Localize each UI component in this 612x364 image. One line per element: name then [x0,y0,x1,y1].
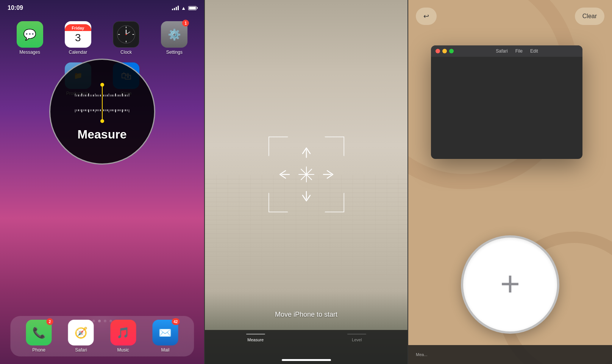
dock-music[interactable]: 🎵 Music [110,320,136,353]
wifi-icon: ▲ [181,5,186,11]
clear-button[interactable]: Clear [575,8,604,25]
status-icons: ▲ [172,5,197,11]
measure-tab-label: Measure [247,338,264,342]
calendar-weekday: Friday [65,24,91,31]
safari-icon: 🧭 [68,320,94,345]
plus-icon: + [500,267,520,301]
settings-badge: 1 [182,20,189,26]
panel-1-homescreen: 10:09 ▲ 💬 Messages [0,0,204,364]
status-time: 10:09 [8,5,23,11]
calendar-icon: Friday 3 [65,21,91,48]
measure-ruler-graphic [72,82,133,124]
tab-measure[interactable]: Measure [205,334,306,342]
panel-3-add-point: Safari File Edit ↩ Clear + Mea... [408,0,612,364]
measure-app-highlight[interactable]: Measure [49,59,155,165]
safari-label: Safari [75,347,87,353]
measure-app-label: Measure [78,128,127,142]
music-label: Music [117,347,129,353]
edit-menu-item: Edit [530,48,538,54]
mail-icon: ✉️ 42 [152,320,178,345]
calendar-label: Calendar [69,50,87,55]
clock-icon [113,21,139,48]
file-menu-item: File [515,48,523,54]
panel3-top-bar: ↩ Clear [408,8,612,25]
status-bar: 10:09 ▲ [0,0,204,14]
settings-label: Settings [166,50,183,55]
mac-window-title: Safari File Edit [496,48,538,54]
panel3-measure-tab: Mea... [416,352,428,357]
clock-label: Clock [120,50,132,55]
app-dock: 📞 2 Phone 🧭 Safari 🎵 Music ✉️ [10,316,194,356]
settings-icon: ⚙️ 1 [161,21,187,48]
measure-background: Move iPhone to start Measure Level [205,0,407,364]
tab-level[interactable]: Level [306,334,408,342]
phone-icon: 📞 2 [26,320,52,345]
phone-badge: 2 [47,318,53,325]
music-icon: 🎵 [110,320,136,345]
mac-maximize-button[interactable] [449,49,454,53]
level-tab-label: Level [352,338,362,342]
clear-button-label: Clear [582,13,597,20]
back-arrow-icon: ↩ [423,12,429,20]
ar-calibration-frame [269,137,344,212]
measure-tab-indicator [246,334,265,334]
app-grid-row1: 💬 Messages Friday 3 Calendar [0,17,204,59]
move-instruction-text: Move iPhone to start [275,311,337,319]
mail-label: Mail [161,347,169,353]
mac-titlebar: Safari File Edit [431,45,582,57]
home-indicator [282,359,331,361]
app-calendar[interactable]: Friday 3 Calendar [57,21,98,55]
mac-close-button[interactable] [436,49,440,53]
phone-label: Phone [32,347,45,353]
panel3-tab-bar: Mea... [408,345,612,364]
mac-window: Safari File Edit [431,45,582,159]
dock-safari[interactable]: 🧭 Safari [68,320,94,353]
dock-mail[interactable]: ✉️ 42 Mail [152,320,178,353]
add-point-button[interactable]: + [461,235,559,334]
svg-point-7 [125,34,126,35]
safari-menu-item: Safari [496,48,507,54]
signal-bars-icon [172,6,179,10]
calendar-day: 3 [75,31,81,45]
ar-frame-svg [269,137,344,212]
add-point-background: Safari File Edit ↩ Clear + Mea... [408,0,612,364]
back-button[interactable]: ↩ [416,8,437,25]
app-settings[interactable]: ⚙️ 1 Settings [154,21,195,55]
mac-minimize-button[interactable] [442,49,447,53]
battery-icon [188,6,197,10]
messages-label: Messages [19,50,40,55]
app-messages[interactable]: 💬 Messages [9,21,50,55]
ios-background: 10:09 ▲ 💬 Messages [0,0,204,364]
app-clock[interactable]: Clock [106,21,147,55]
mail-badge: 42 [172,318,180,325]
messages-icon: 💬 [17,21,43,48]
panel-2-measure: Move iPhone to start Measure Level [204,0,408,364]
dock-phone[interactable]: 📞 2 Phone [26,320,52,353]
